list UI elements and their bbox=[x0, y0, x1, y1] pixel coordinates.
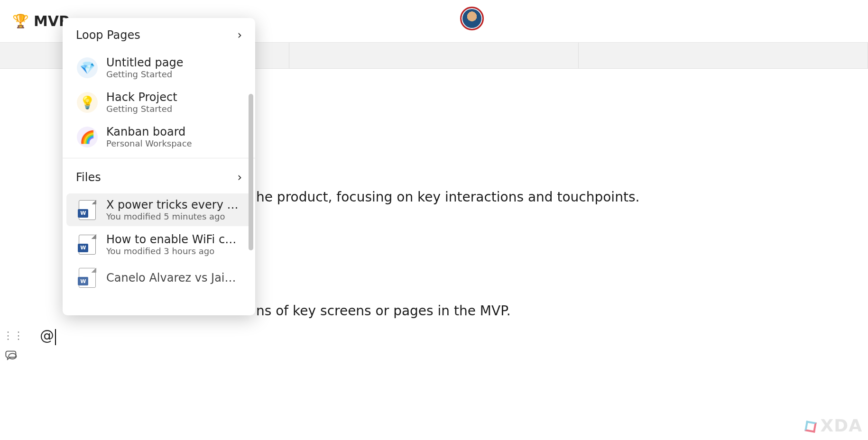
body-paragraph-1: he product, focusing on key interactions… bbox=[256, 187, 639, 207]
mention-popover: Loop Pages › 💎 Untitled page Getting Sta… bbox=[63, 18, 255, 315]
watermark-logo-icon bbox=[804, 421, 816, 432]
loop-page-item[interactable]: 💡 Hack Project Getting Started bbox=[66, 86, 251, 119]
avatar[interactable] bbox=[460, 7, 484, 30]
item-title: How to enable WiFi caling… bbox=[106, 233, 241, 246]
file-item[interactable]: W Canelo Alvarez vs Jaime M bbox=[66, 263, 251, 293]
chevron-right-icon: › bbox=[237, 171, 242, 184]
popover-section-loop-pages[interactable]: Loop Pages › bbox=[63, 18, 255, 49]
divider bbox=[63, 158, 255, 158]
tab-item[interactable] bbox=[579, 43, 868, 68]
item-subtitle: Getting Started bbox=[106, 69, 184, 79]
mention-input[interactable]: @ bbox=[40, 327, 54, 344]
word-file-icon: W bbox=[77, 267, 98, 288]
item-title: X power tricks every Micro… bbox=[106, 198, 241, 211]
item-title: Kanban board bbox=[106, 125, 192, 138]
item-title: Canelo Alvarez vs Jaime M bbox=[106, 271, 241, 284]
chevron-right-icon: › bbox=[237, 28, 242, 42]
word-file-icon: W bbox=[77, 200, 98, 220]
file-item[interactable]: W X power tricks every Micro… You modifi… bbox=[66, 193, 251, 226]
svg-point-0 bbox=[9, 353, 16, 359]
section-label: Files bbox=[76, 171, 101, 184]
item-subtitle: Personal Workspace bbox=[106, 138, 192, 148]
watermark: XDA bbox=[805, 416, 863, 435]
comment-icon[interactable] bbox=[5, 349, 18, 364]
mention-line[interactable]: ⋮⋮ @ bbox=[0, 327, 54, 344]
file-item[interactable]: W How to enable WiFi caling… You modifie… bbox=[66, 228, 251, 261]
scrollbar-thumb[interactable] bbox=[249, 94, 253, 250]
word-file-icon: W bbox=[77, 234, 98, 255]
rainbow-icon: 🌈 bbox=[77, 127, 98, 147]
item-subtitle: You modified 3 hours ago bbox=[106, 246, 241, 256]
bulb-icon: 💡 bbox=[77, 92, 98, 113]
page-emoji-icon: 🏆 bbox=[12, 13, 29, 29]
item-subtitle: Getting Started bbox=[106, 104, 177, 114]
watermark-text: XDA bbox=[821, 416, 863, 435]
popover-section-files[interactable]: Files › bbox=[63, 160, 255, 192]
section-label: Loop Pages bbox=[76, 28, 140, 42]
item-title: Hack Project bbox=[106, 91, 177, 104]
body-paragraph-2: ns of key screens or pages in the MVP. bbox=[256, 301, 511, 321]
tab-item[interactable] bbox=[289, 43, 579, 68]
drag-handle-icon[interactable]: ⋮⋮ bbox=[3, 330, 24, 341]
loop-page-item[interactable]: 🌈 Kanban board Personal Workspace bbox=[66, 120, 251, 153]
item-title: Untitled page bbox=[106, 56, 184, 69]
gem-icon: 💎 bbox=[77, 57, 98, 78]
loop-page-item[interactable]: 💎 Untitled page Getting Started bbox=[66, 51, 251, 84]
item-subtitle: You modified 5 minutes ago bbox=[106, 211, 241, 221]
